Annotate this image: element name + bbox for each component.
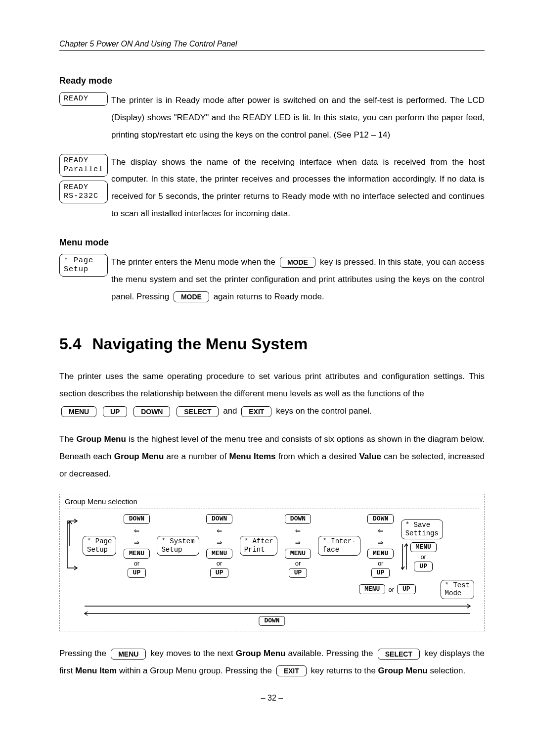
section-title: Navigating the Menu System xyxy=(92,335,308,353)
keycap-down-small: DOWN xyxy=(124,514,150,524)
text-run: The printer uses the same operating proc… xyxy=(59,372,485,398)
lcd-line: RS-232C xyxy=(64,192,103,201)
ready-mode-text-2: The display shows the name of the receiv… xyxy=(111,154,485,223)
bold-run: Group Menu xyxy=(236,649,286,658)
text-run: available. Pressing the xyxy=(288,649,376,658)
lcd-ready-parallel: READY Parallel xyxy=(59,154,108,177)
keycap-menu-small: MENU xyxy=(359,584,385,594)
arrow-block: DOWN MENU or UP xyxy=(280,514,315,578)
keycap-menu-small: MENU xyxy=(367,549,394,559)
lcd-line: * Page xyxy=(64,256,103,265)
node-test-mode: * Test Mode xyxy=(441,580,474,600)
bold-run: Group Menu xyxy=(114,452,164,461)
node-line: * Inter- xyxy=(322,537,356,546)
group-menu-diagram: Group Menu selection * Page Setup DOWN M… xyxy=(59,494,485,632)
arrow-right-icon xyxy=(217,537,222,548)
nav-para-1: The printer uses the same operating proc… xyxy=(59,368,485,420)
keycap-down-small: DOWN xyxy=(367,514,394,524)
arrow-right-icon xyxy=(134,537,139,548)
node-page-setup: * Page Setup xyxy=(83,536,116,556)
menu-mode-block: * Page Setup The printer enters the Menu… xyxy=(59,254,485,306)
keycap-exit: EXIT xyxy=(241,406,271,417)
chapter-header: Chapter 5 Power ON And Using The Control… xyxy=(59,40,485,48)
node-line: Settings xyxy=(405,529,439,538)
keycap-menu: MENU xyxy=(111,649,146,660)
lcd-ready: READY xyxy=(59,92,108,106)
keycap-menu: MENU xyxy=(61,406,96,417)
keycap-up-small: UP xyxy=(397,584,416,594)
arrow-left-icon xyxy=(217,525,222,536)
ready-mode-block-2: READY Parallel READY RS-232C The display… xyxy=(59,154,485,223)
text-run: again returns to Ready mode. xyxy=(214,292,324,301)
diagram-title: Group Menu selection xyxy=(65,497,479,506)
lcd-line: Setup xyxy=(64,265,103,274)
node-save-settings: * Save Settings xyxy=(401,520,443,539)
ready-mode-heading: Ready mode xyxy=(59,76,485,86)
keycap-down-small: DOWN xyxy=(259,616,285,626)
text-run: from which a desired xyxy=(278,452,359,461)
keycap-up-small: UP xyxy=(371,568,390,578)
node-line: Mode xyxy=(445,589,470,598)
keycap-down-small: DOWN xyxy=(206,514,232,524)
nav-para-2: The Group Menu is the highest level of t… xyxy=(59,431,485,483)
arrow-block: DOWN MENU or UP xyxy=(119,514,154,578)
entry-arrow-icon xyxy=(65,519,80,573)
bold-run: Value xyxy=(359,452,381,461)
keycap-up-small: UP xyxy=(210,568,229,578)
or-label: or xyxy=(217,560,222,567)
section-number: 5.4 xyxy=(59,335,81,353)
node-after-print: * After Print xyxy=(240,536,278,556)
keycap-select: SELECT xyxy=(177,406,219,417)
menu-mode-heading: Menu mode xyxy=(59,237,485,248)
arrow-left-icon xyxy=(295,525,301,536)
text-run: Pressing the xyxy=(59,649,109,658)
or-label: or xyxy=(388,586,394,593)
text-run: keys on the control panel. xyxy=(276,406,372,416)
keycap-menu-small: MENU xyxy=(410,542,437,552)
header-rule xyxy=(59,50,485,51)
lcd-line: READY xyxy=(64,183,103,192)
keycap-menu-small: MENU xyxy=(124,549,150,559)
text-run: within a Group Menu group. Pressing the xyxy=(119,666,274,675)
text-run: key moves to the next xyxy=(151,649,236,658)
or-label: or xyxy=(295,560,301,567)
ready-mode-block-1: READY The printer is in Ready mode after… xyxy=(59,92,485,144)
node-line: * Page xyxy=(87,537,112,546)
text-run: key returns to the xyxy=(311,666,378,675)
document-page: Chapter 5 Power ON And Using The Control… xyxy=(0,0,534,732)
keycap-up-small: UP xyxy=(289,568,308,578)
lcd-line: READY xyxy=(64,156,103,165)
node-line: Setup xyxy=(87,546,112,554)
keycap-down-small: DOWN xyxy=(285,514,311,524)
text-run: and xyxy=(223,406,239,416)
keycap-menu-small: MENU xyxy=(285,549,311,559)
keycap-exit: EXIT xyxy=(276,665,307,676)
node-line: face xyxy=(322,546,356,554)
or-label: or xyxy=(134,560,140,567)
keycap-up-small: UP xyxy=(128,568,146,578)
text-run: The printer enters the Menu mode when th… xyxy=(111,257,278,267)
text-run: selection. xyxy=(430,666,465,675)
ready-mode-para-2: The display shows the name of the receiv… xyxy=(111,157,485,184)
keycap-select: SELECT xyxy=(378,649,420,660)
node-line: * Test xyxy=(445,581,470,590)
arrow-left-icon xyxy=(134,525,139,536)
menu-mode-para: The printer enters the Menu mode when th… xyxy=(111,254,485,306)
or-label: or xyxy=(420,553,426,561)
node-system-setup: * System Setup xyxy=(157,536,199,556)
lcd-line: Parallel xyxy=(64,165,103,174)
arrow-left-icon xyxy=(378,525,383,536)
keycap-mode: MODE xyxy=(280,257,315,268)
node-line: * System xyxy=(161,537,194,546)
keycap-down: DOWN xyxy=(134,406,170,417)
node-line: Print xyxy=(244,546,273,554)
keycap-mode: MODE xyxy=(174,291,209,302)
bold-run: Menu Item xyxy=(75,666,117,675)
keycap-menu-small: MENU xyxy=(206,549,232,559)
arrow-block: DOWN MENU or UP xyxy=(363,514,398,578)
nav-para-3: Pressing the MENU key moves to the next … xyxy=(59,645,485,680)
ready-mode-para-1: The printer is in Ready mode after power… xyxy=(111,92,485,144)
lcd-ready-rs232c: READY RS-232C xyxy=(59,181,108,203)
lcd-page-setup: * Page Setup xyxy=(59,254,108,277)
text-run: are a number of xyxy=(167,452,229,461)
